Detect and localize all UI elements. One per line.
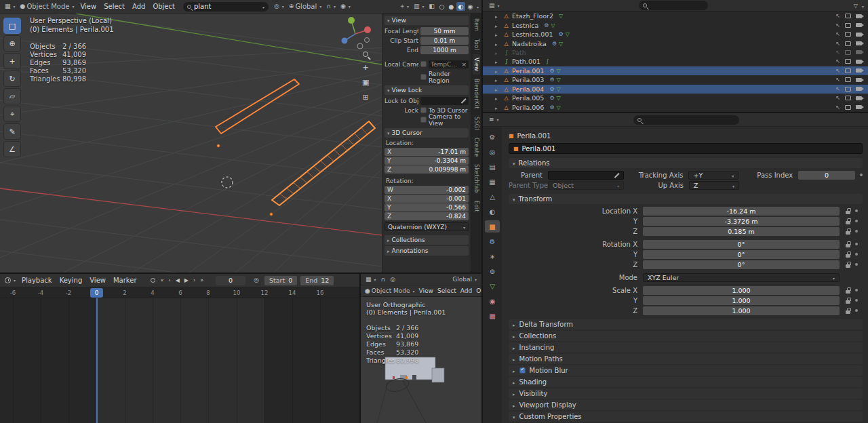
cursor-section-header[interactable]: 3D Cursor — [384, 128, 469, 138]
perspective-toggle-icon[interactable]: ⊞ — [363, 93, 369, 102]
menu-add[interactable]: Add — [129, 3, 149, 10]
menu-view-2[interactable]: View — [417, 287, 435, 294]
selectable-toggle[interactable] — [835, 13, 840, 19]
panel-visibility[interactable]: Visibility — [509, 388, 863, 399]
pan-icon[interactable]: + — [363, 63, 369, 72]
frame-end-field[interactable]: End12 — [300, 276, 334, 285]
playhead-line[interactable] — [96, 298, 98, 423]
menu-marker[interactable]: Marker — [110, 277, 140, 284]
menu-object-2[interactable]: Ob — [474, 287, 481, 294]
pass-index-field[interactable]: 0 — [798, 171, 855, 180]
tab-output-properties[interactable]: ▤ — [485, 161, 500, 173]
cursor-location-x[interactable]: X-17.01 m — [384, 148, 469, 156]
object-name-field[interactable]: ■Perila.001 — [509, 143, 863, 154]
outliner-row-path[interactable]: Path — [483, 48, 868, 57]
scale-z-field[interactable]: 1.000 — [643, 306, 840, 315]
pivot-point-button[interactable]: ◎ — [272, 1, 286, 12]
select-box-tool[interactable]: □ — [3, 18, 21, 34]
scale-x-field[interactable]: 1.000 — [643, 286, 840, 295]
focal-length-field[interactable]: 50 mm — [420, 27, 469, 35]
tab-modifier-properties[interactable]: ⚙ — [485, 235, 500, 247]
mode-dropdown[interactable]: ●Object Mode — [18, 1, 77, 12]
shading-solid-button[interactable]: ● — [447, 2, 456, 11]
next-keyframe-button[interactable]: › — [191, 277, 197, 283]
tab-physics-properties[interactable]: ⊚ — [485, 265, 500, 277]
tab-world-properties[interactable]: ◐ — [485, 205, 500, 218]
panel-delta-transform[interactable]: Delta Transform — [509, 319, 863, 329]
timeline-track-area[interactable] — [0, 298, 359, 423]
tab-create[interactable]: Create — [473, 134, 480, 160]
cursor-rotation-y[interactable]: Y-0.566 — [384, 203, 469, 212]
move-tool[interactable]: + — [3, 53, 21, 69]
zoom-icon[interactable] — [363, 52, 368, 57]
menu-timeline-view[interactable]: View — [86, 277, 109, 284]
rotation-z-field[interactable]: 0° — [643, 260, 840, 269]
outliner-editor-type-button[interactable]: ▤ — [487, 0, 502, 11]
cursor-tool[interactable]: ⊕ — [3, 35, 21, 52]
panel-shading[interactable]: Shading — [509, 377, 863, 387]
tab-material-properties[interactable]: ◉ — [485, 295, 500, 307]
cursor-location-z[interactable]: Z0.009998 m — [384, 165, 469, 174]
lock-3d-cursor-checkbox[interactable] — [420, 107, 427, 113]
local-camera-field[interactable]: TempC... — [429, 60, 469, 68]
annotations-section-header[interactable]: Annotations — [384, 246, 469, 256]
panel-motion-paths[interactable]: Motion Paths — [509, 354, 863, 364]
tab-edit[interactable]: Edit — [473, 197, 480, 216]
outliner-row-lestnica[interactable]: Lestnica — [483, 20, 868, 29]
shading-material-button[interactable]: ◐ — [456, 2, 465, 11]
breadcrumb[interactable]: ■Perila.001 — [509, 129, 863, 142]
frame-start-field[interactable]: Start0 — [264, 276, 297, 285]
jump-to-end-button[interactable]: » — [198, 277, 205, 283]
timeline-editor[interactable]: Playback Keying View Marker « ‹ ◀ ▶ › » … — [0, 274, 359, 423]
editor-type-button[interactable]: ▦ — [3, 1, 18, 12]
outliner-row-perila-003[interactable]: Perila.003 — [483, 75, 868, 84]
scale-y-field[interactable]: 1.000 — [643, 296, 840, 305]
rotation-mode-dropdown[interactable]: Quaternion (WXYZ) — [384, 222, 469, 231]
tab-blenderkit[interactable]: BlenderKit — [473, 75, 480, 113]
previous-keyframe-button[interactable]: ‹ — [166, 277, 172, 283]
relations-panel-header[interactable]: Relations — [509, 158, 863, 168]
animate-dot[interactable] — [860, 174, 863, 176]
orientation-dropdown-2[interactable]: Global — [450, 274, 479, 285]
shading-rendered-button[interactable]: ◉ — [466, 2, 475, 11]
keying-set-icon[interactable]: ◎ — [252, 275, 261, 286]
play-button[interactable]: ▶ — [182, 277, 191, 283]
rotation-mode-dropdown-props[interactable]: XYZ Euler — [643, 273, 840, 282]
tab-render-properties[interactable]: ◎ — [485, 146, 500, 158]
menu-select[interactable]: Select — [100, 3, 128, 10]
pivot-button-2[interactable]: ◎ — [388, 274, 397, 285]
cursor-rotation-z[interactable]: Z-0.824 — [384, 212, 469, 220]
up-axis-dropdown[interactable]: Z — [689, 181, 739, 190]
playhead-handle[interactable]: 0 — [90, 288, 103, 298]
tab-tool[interactable]: Tool — [473, 35, 480, 54]
eyedropper-icon[interactable] — [460, 98, 467, 104]
shading-wireframe-button[interactable]: ○ — [437, 2, 446, 11]
tab-ssgi[interactable]: SSGI — [473, 113, 480, 134]
camera-view-icon[interactable]: ▣ — [362, 78, 369, 87]
transform-panel-header[interactable]: Transform — [509, 194, 863, 204]
parent-type-dropdown[interactable]: Object — [548, 181, 624, 190]
tab-object-data-properties[interactable]: ▽ — [485, 280, 500, 292]
panel-custom-properties[interactable]: Custom Properties — [509, 411, 863, 422]
tracking-axis-dropdown[interactable]: +Y — [688, 171, 738, 180]
cursor-rotation-w[interactable]: W-0.002 — [384, 186, 469, 194]
current-frame-field[interactable]: 0 — [216, 276, 245, 285]
view-lock-header[interactable]: View Lock — [384, 85, 469, 95]
outliner-row-perila-006[interactable]: Perila.006 — [483, 102, 868, 111]
jump-to-start-button[interactable]: « — [159, 277, 166, 283]
overlays-toggle[interactable]: ▥ — [412, 1, 427, 12]
menu-object[interactable]: Object — [149, 3, 178, 10]
location-x-field[interactable]: -16.24 m — [643, 207, 840, 216]
viewport-search-input[interactable]: plant — [183, 2, 269, 12]
snap-button[interactable]: ∩ — [324, 1, 338, 12]
play-reverse-button[interactable]: ◀ — [174, 277, 182, 283]
shading-dropdown-icon[interactable] — [475, 2, 479, 11]
outliner-row-perila-004[interactable]: Perila.004 — [483, 85, 868, 94]
3d-viewport[interactable]: ▦ ●Object Mode View Select Add Object pl… — [0, 0, 481, 273]
editor-type-button-2[interactable]: ▦ — [363, 274, 378, 285]
location-y-field[interactable]: -3.3726 m — [643, 217, 840, 226]
panel-instancing[interactable]: Instancing — [509, 342, 863, 352]
outliner-row-etazh-floor2[interactable]: Etazh_Floor2 — [483, 12, 868, 20]
outliner-row-perila-001[interactable]: Perila.001 — [483, 66, 868, 75]
menu-playback[interactable]: Playback — [18, 277, 56, 284]
